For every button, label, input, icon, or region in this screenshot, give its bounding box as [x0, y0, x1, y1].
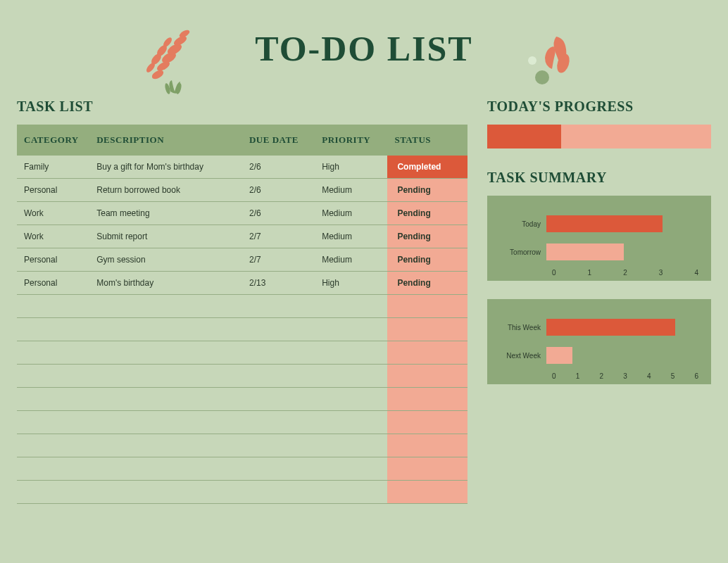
- cell-priority: Medium: [315, 179, 387, 202]
- th-status: STATUS: [387, 125, 467, 156]
- cell-due_date: 2/6: [242, 156, 315, 179]
- cell-description: Buy a gift for Mom's birthday: [89, 156, 242, 179]
- th-category: CATEGORY: [17, 125, 89, 156]
- table-row: PersonalReturn borrowed book2/6MediumPen…: [17, 179, 467, 202]
- svg-point-14: [535, 70, 549, 84]
- chart-tick: 0: [552, 269, 588, 277]
- cell-description: Gym session: [89, 248, 242, 272]
- chart-label: This Week: [497, 324, 546, 331]
- chart-bar: [546, 243, 624, 260]
- chart-bar: [546, 215, 663, 232]
- table-row-empty: [17, 295, 467, 318]
- chart-tick: 2: [623, 269, 659, 277]
- page-title: TO-DO LIST: [255, 28, 472, 69]
- table-row: PersonalMom's birthday2/13HighPending: [17, 272, 467, 295]
- task-list-heading: TASK LIST: [17, 99, 467, 115]
- progress-bar: [487, 125, 711, 148]
- cell-due_date: 2/7: [242, 225, 315, 248]
- cell-description: Return borrowed book: [89, 179, 242, 202]
- cell-description: Mom's birthday: [89, 272, 242, 295]
- cell-description: Team meeting: [89, 202, 242, 225]
- cell-category: Personal: [17, 179, 89, 202]
- table-row: WorkTeam meeting2/6MediumPending: [17, 202, 467, 225]
- chart-tick: 1: [576, 372, 600, 380]
- cell-due_date: 2/7: [242, 248, 315, 272]
- table-row-empty: [17, 481, 467, 504]
- cell-priority: High: [315, 156, 387, 179]
- table-row-empty: [17, 388, 467, 411]
- leaf-decoration-left-icon: [137, 24, 221, 104]
- table-row: FamilyBuy a gift for Mom's birthday2/6Hi…: [17, 156, 467, 179]
- cell-due_date: 2/6: [242, 202, 315, 225]
- chart-label: Next Week: [497, 352, 546, 360]
- th-priority: PRIORITY: [315, 125, 387, 156]
- table-row-empty: [17, 341, 467, 365]
- cell-category: Personal: [17, 248, 89, 272]
- chart-tick: 1: [588, 269, 624, 277]
- chart-tick: 4: [694, 269, 701, 277]
- leaf-decoration-right-icon: [521, 30, 584, 103]
- cell-status: Pending: [387, 225, 467, 248]
- table-row: PersonalGym session2/7MediumPending: [17, 248, 467, 272]
- cell-priority: Medium: [315, 248, 387, 272]
- chart-label: Today: [497, 220, 546, 228]
- chart-bar: [546, 319, 675, 336]
- table-row-empty: [17, 365, 467, 388]
- chart-0: TodayTomorrow01234: [487, 196, 711, 281]
- table-row-empty: [17, 434, 467, 457]
- cell-status: Completed: [387, 156, 467, 179]
- table-row-empty: [17, 457, 467, 481]
- cell-due_date: 2/13: [242, 272, 315, 295]
- cell-priority: High: [315, 272, 387, 295]
- chart-1: This WeekNext Week0123456: [487, 299, 711, 384]
- chart-tick: 4: [647, 372, 671, 380]
- cell-category: Work: [17, 225, 89, 248]
- chart-tick: 0: [552, 372, 576, 380]
- table-row-empty: [17, 411, 467, 434]
- th-description: DESCRIPTION: [89, 125, 242, 156]
- chart-bar: [546, 347, 572, 364]
- cell-priority: Medium: [315, 225, 387, 248]
- cell-status: Pending: [387, 248, 467, 272]
- cell-status: Pending: [387, 179, 467, 202]
- chart-label: Tomorrow: [497, 248, 546, 256]
- cell-category: Personal: [17, 272, 89, 295]
- cell-due_date: 2/6: [242, 179, 315, 202]
- chart-tick: 5: [671, 372, 695, 380]
- table-row: WorkSubmit report2/7MediumPending: [17, 225, 467, 248]
- cell-category: Work: [17, 202, 89, 225]
- cell-status: Pending: [387, 202, 467, 225]
- progress-fill: [487, 125, 561, 148]
- chart-tick: 6: [694, 372, 701, 380]
- summary-heading: TASK SUMMARY: [487, 170, 711, 186]
- svg-point-13: [528, 56, 536, 65]
- cell-category: Family: [17, 156, 89, 179]
- chart-tick: 3: [659, 269, 695, 277]
- th-due-date: DUE DATE: [242, 125, 315, 156]
- chart-tick: 3: [623, 372, 647, 380]
- table-row-empty: [17, 318, 467, 341]
- chart-tick: 2: [599, 372, 623, 380]
- cell-status: Pending: [387, 272, 467, 295]
- cell-description: Submit report: [89, 225, 242, 248]
- task-table: CATEGORY DESCRIPTION DUE DATE PRIORITY S…: [17, 125, 467, 504]
- cell-priority: Medium: [315, 202, 387, 225]
